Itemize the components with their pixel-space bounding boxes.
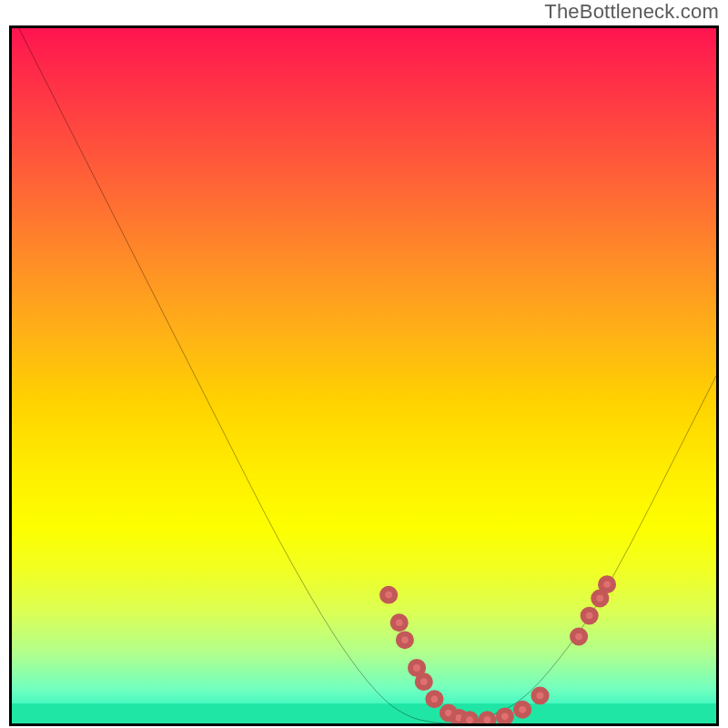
attribution-text: TheBottleneck.com — [544, 0, 719, 24]
plot-border — [9, 25, 719, 726]
chart-container: TheBottleneck.com — [0, 0, 728, 728]
plot-area — [9, 25, 719, 726]
